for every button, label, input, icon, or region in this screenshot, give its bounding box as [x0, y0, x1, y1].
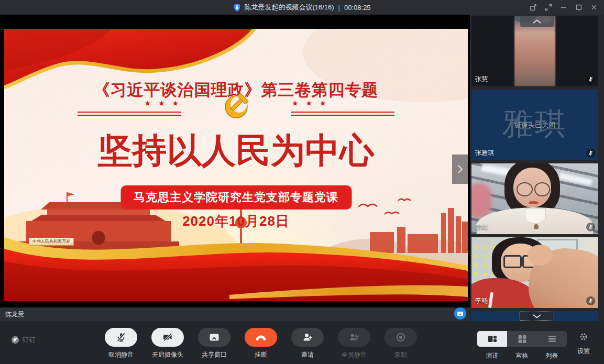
record-icon	[395, 332, 407, 343]
hangup-pill	[245, 328, 277, 347]
chevron-up-icon	[532, 19, 542, 24]
share-pill	[198, 328, 230, 347]
list-view-segment	[537, 331, 567, 347]
hangup-handset-icon	[255, 332, 267, 343]
view-mode-list[interactable]: 列表	[537, 331, 567, 360]
grid-view-segment	[507, 331, 537, 347]
unmute-button[interactable]: 取消静音	[105, 328, 137, 359]
slide-headline: 坚持以人民为中心	[4, 127, 468, 174]
collapse-sidebar-tab[interactable]	[452, 155, 468, 184]
bottom-toolbar: 钉钉 取消静音	[0, 321, 604, 364]
grid-view-icon	[517, 333, 528, 345]
mic-muted-badge	[586, 149, 595, 158]
hangup-label: 挂断	[255, 350, 267, 359]
close-icon[interactable]	[590, 4, 598, 11]
unmute-pill	[105, 328, 137, 347]
participant-tile-zhangyaqi[interactable]: 雅琪 摄像头已关闭 张雅琪	[471, 90, 598, 160]
speaker-view-label: 演讲	[486, 351, 499, 360]
participant-tiles: 张慧 雅琪 摄像头已关闭 张雅琪	[471, 16, 598, 321]
mute-all-label: 全员静音	[342, 350, 367, 359]
slide-rule-left	[78, 112, 181, 116]
art-shape	[534, 224, 539, 229]
title-divider: |	[338, 4, 340, 12]
mute-all-icon	[348, 332, 360, 343]
invite-pill	[291, 328, 324, 347]
art-shape	[528, 245, 553, 266]
meeting-title: 陈龙景发起的视频会议(16/16)	[244, 3, 334, 12]
maximize-icon[interactable]	[575, 4, 583, 11]
mic-muted-badge	[586, 296, 595, 305]
mic-muted-icon	[588, 150, 594, 156]
chevron-right-icon	[456, 164, 464, 174]
art-shape	[529, 201, 539, 204]
invite-button[interactable]: 邀请	[291, 328, 324, 359]
record-label: 录制	[394, 350, 407, 359]
speaker-view-segment	[477, 331, 507, 347]
minimize-icon[interactable]	[560, 4, 567, 11]
participant-tile-jiyang[interactable]: 季旸	[471, 237, 598, 308]
call-controls: 取消静音 开启摄像头 共享窗口	[105, 328, 417, 359]
participant-name: 季旸	[475, 296, 488, 305]
mic-muted-icon	[588, 298, 594, 304]
participant-name: 张慧	[475, 75, 488, 84]
scroll-up-button[interactable]	[520, 16, 554, 27]
scroll-down-button[interactable]	[520, 312, 554, 321]
presenter-name-bar: 陈龙景	[0, 307, 470, 321]
mic-muted-icon	[115, 332, 127, 343]
share-window-button[interactable]: 共享窗口	[198, 328, 230, 359]
hangup-button[interactable]: 挂断	[245, 328, 277, 359]
slide-stars-right: ★ ★ ★	[292, 99, 375, 107]
list-view-icon	[546, 333, 558, 345]
mic-muted-badge	[586, 75, 595, 84]
slide-banner: 马克思主义学院研究生党支部专题党课	[120, 185, 352, 209]
slide-rule-right	[291, 112, 394, 116]
camera-pill	[151, 328, 184, 347]
record-pill	[385, 328, 417, 347]
mute-all-button[interactable]: 全员静音	[338, 328, 370, 359]
screen-share-indicator[interactable]	[454, 307, 466, 319]
presentation-slide: 《习近平谈治国理政》第三卷第四专题 ★ ★ ★ ★ ★ ★ 坚持以人民为中心 马…	[4, 29, 468, 301]
presenter-name: 陈龙景	[5, 310, 24, 319]
participants-sidebar: 张慧 雅琪 摄像头已关闭 张雅琪	[470, 15, 604, 321]
mute-all-pill	[338, 328, 370, 347]
meeting-elapsed-time: 00:08:25	[344, 4, 371, 12]
screen-share-icon	[456, 310, 464, 317]
mic-muted-icon	[588, 224, 594, 230]
art-shape	[503, 255, 522, 268]
participant-name: 张雅琪	[475, 149, 494, 158]
settings-button[interactable]: 设置	[574, 332, 594, 356]
camera-off-label: 摄像头已关闭	[514, 120, 555, 130]
settings-label: 设置	[577, 347, 590, 356]
view-mode-switch: 演讲 宫格 列表	[477, 331, 567, 360]
slide-stars-left: ★ ★ ★	[98, 99, 181, 107]
speaker-view-icon	[487, 333, 498, 345]
list-view-label: 列表	[546, 351, 558, 360]
camera-on-label: 开启摄像头	[152, 350, 183, 359]
participant-tile-tuliang[interactable]: 涂靓	[471, 163, 598, 234]
mic-muted-icon	[588, 76, 594, 82]
art-shape	[517, 182, 533, 196]
art-shape	[471, 183, 491, 217]
fullscreen-icon[interactable]	[545, 4, 552, 11]
slide-date: 2020年10月28日	[4, 212, 468, 230]
window-controls	[530, 0, 598, 15]
view-mode-speaker[interactable]: 演讲	[477, 331, 507, 360]
record-button[interactable]: 录制	[385, 328, 417, 359]
camera-on-button[interactable]: 开启摄像头	[151, 328, 184, 359]
view-mode-grid[interactable]: 宫格	[507, 331, 537, 360]
participant-name: 涂靓	[475, 223, 488, 231]
meeting-title-group: 陈龙景发起的视频会议(16/16) | 00:08:25	[233, 3, 370, 12]
invite-label: 邀请	[301, 350, 314, 359]
chevron-down-icon	[532, 314, 542, 319]
dingtalk-logo-icon	[11, 336, 19, 344]
tiananmen-placard: 中华人民共和国万岁	[29, 238, 74, 246]
popout-icon[interactable]	[530, 4, 537, 11]
unmute-label: 取消静音	[108, 350, 134, 359]
party-emblem-icon	[215, 90, 258, 122]
dingtalk-brand-label: 钉钉	[22, 335, 36, 345]
lock-shield-icon	[233, 3, 241, 12]
title-bar: 陈龙景发起的视频会议(16/16) | 00:08:25	[0, 0, 604, 15]
dingtalk-brand: 钉钉	[11, 335, 36, 345]
mic-muted-badge	[586, 223, 595, 231]
share-window-label: 共享窗口	[202, 350, 227, 359]
